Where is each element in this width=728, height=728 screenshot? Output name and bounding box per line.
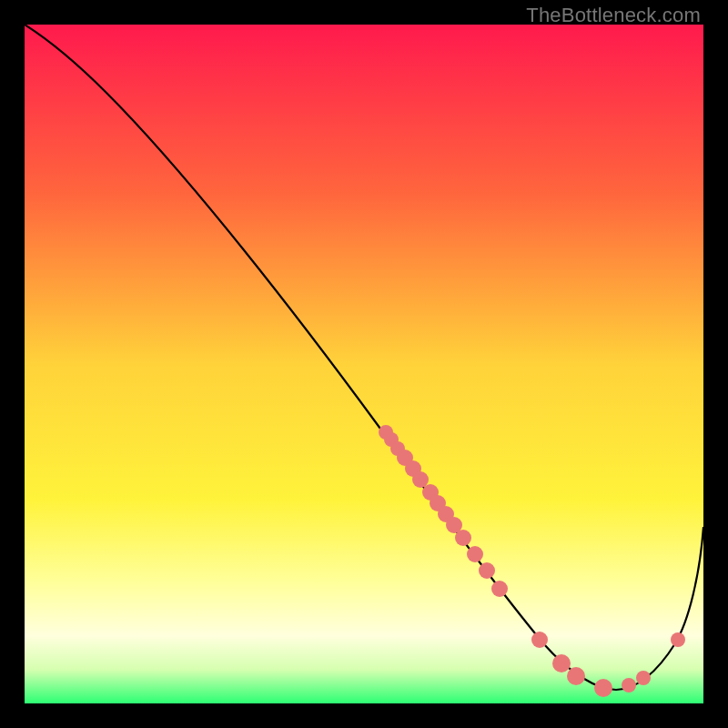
svg-point-5 — [412, 471, 429, 488]
svg-point-19 — [636, 671, 651, 685]
svg-point-10 — [455, 530, 471, 546]
svg-point-13 — [491, 581, 508, 597]
svg-point-14 — [531, 632, 548, 648]
svg-point-20 — [671, 632, 685, 647]
watermark-text: TheBottleneck.com — [526, 4, 701, 27]
svg-point-11 — [467, 546, 483, 562]
svg-point-17 — [594, 679, 612, 697]
svg-point-18 — [622, 678, 636, 693]
bottleneck-chart — [25, 25, 703, 703]
chart-frame — [25, 25, 703, 703]
svg-point-15 — [552, 654, 571, 672]
svg-point-16 — [567, 667, 585, 685]
svg-point-12 — [479, 562, 495, 579]
gradient-background — [25, 25, 703, 703]
